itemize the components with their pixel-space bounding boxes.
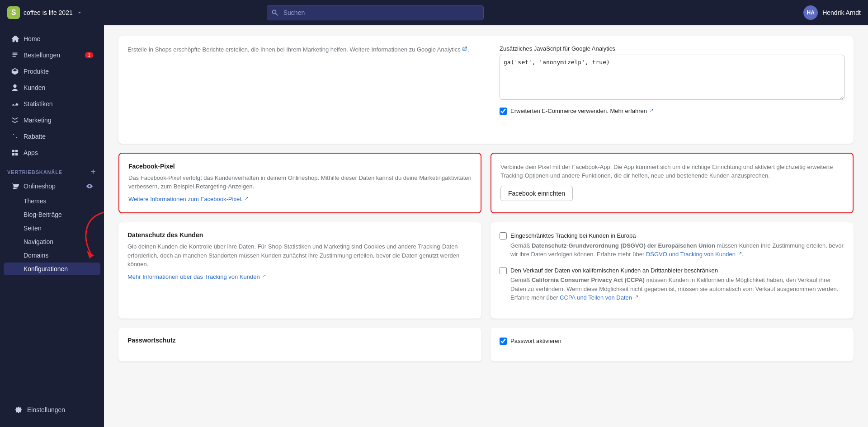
store-name: coffee is life 2021	[24, 9, 73, 16]
blog-label: Blog-Beiträge	[24, 211, 62, 218]
facebook-pixel-left: Facebook-Pixel Das Facebook-Pixel verfol…	[118, 153, 481, 214]
stats-icon	[11, 100, 19, 108]
passwort-aktivieren-checkbox[interactable]	[500, 338, 507, 345]
search-area	[267, 5, 484, 20]
sidebar-sub-blog[interactable]: Blog-Beiträge	[4, 208, 100, 221]
ga-js-textarea[interactable]: ga('set', 'anonymizelp', true)	[500, 55, 844, 100]
sidebar-item-rabatte[interactable]: Rabatte	[4, 129, 100, 144]
ga-js-label: Zusätzliches JavaScript für Google Analy…	[500, 45, 844, 52]
home-icon	[11, 35, 19, 43]
topbar: S coffee is life 2021 HA Hendrik Arndt	[0, 0, 868, 25]
tracking-europa-checkbox[interactable]	[500, 232, 507, 239]
themes-label: Themes	[24, 197, 47, 205]
facebook-einrichten-button[interactable]: Facebook einrichten	[500, 186, 573, 201]
ga-left-text: Erstelle in Shops erschöpfte Berichte er…	[127, 45, 472, 54]
passwortschutz-row: Passwortschutz Passwort aktivieren	[118, 328, 854, 362]
sidebar-item-produkte[interactable]: Produkte	[4, 64, 100, 79]
sidebar-item-bestellungen[interactable]: Bestellungen 1	[4, 47, 100, 63]
facebook-pixel-link[interactable]: Weitere Informationen zum Facebook-Pixel…	[128, 196, 243, 202]
sidebar-item-home[interactable]: Home	[4, 31, 100, 47]
external-link-icon5	[737, 252, 742, 256]
main-content: Erstelle in Shops erschöpfte Berichte er…	[104, 25, 868, 427]
passwortschutz-right: Passwort aktivieren	[491, 328, 854, 362]
user-area[interactable]: HA Hendrik Arndt	[803, 5, 861, 20]
domains-label: Domains	[24, 252, 48, 259]
search-input[interactable]	[267, 5, 484, 20]
external-link-icon3	[244, 197, 249, 201]
sidebar: Home Bestellungen 1 Produkte Kunden Stat…	[0, 25, 104, 427]
section-label: VERTRIEBSKANÄLE	[7, 169, 62, 175]
orders-icon	[11, 51, 19, 59]
marketing-label: Marketing	[24, 117, 51, 124]
sidebar-sub-seiten[interactable]: Seiten	[4, 222, 100, 235]
vertriebskanaele-section: VERTRIEBSKANÄLE	[0, 161, 104, 178]
sidebar-item-marketing[interactable]: Marketing	[4, 113, 100, 128]
navigation-label: Navigation	[24, 238, 53, 245]
customers-icon	[11, 84, 19, 92]
tracking-california-checkbox[interactable]	[500, 267, 507, 274]
brand-area[interactable]: S coffee is life 2021	[7, 6, 107, 19]
statistiken-label: Statistiken	[24, 100, 53, 108]
external-link-icon4	[261, 274, 266, 279]
datenschutz-title: Datenschutz des Kunden	[127, 231, 472, 239]
marketing-icon	[11, 116, 19, 124]
apps-icon	[11, 149, 19, 157]
products-icon	[11, 67, 19, 75]
tracking-california-row: Den Verkauf der Daten von kalifornischen…	[500, 266, 844, 302]
external-link-icon2	[649, 108, 653, 113]
ccpa-link[interactable]: CCPA und Teilen von Daten	[560, 294, 632, 301]
home-label: Home	[24, 35, 40, 42]
sidebar-sub-domains[interactable]: Domains	[4, 249, 100, 262]
ecommerce-checkbox[interactable]	[500, 108, 507, 115]
external-link-icon6	[634, 295, 638, 300]
ga-right: Zusätzliches JavaScript für Google Analy…	[491, 36, 854, 135]
dsgvo-link[interactable]: DSGVO und Tracking von Kunden	[646, 251, 736, 258]
passwort-aktivieren-row: Passwort aktivieren	[500, 337, 844, 346]
bestellungen-badge: 1	[85, 52, 93, 58]
shopify-logo: S	[7, 6, 20, 19]
tracking-europa-row: Eingeschränktes Tracking bei Kunden in E…	[500, 231, 844, 259]
ecommerce-checkbox-row: Erweiterten E-Commerce verwenden. Mehr e…	[500, 107, 844, 118]
onlineshop-label: Onlineshop	[24, 183, 56, 190]
sidebar-sub-konfigurationen[interactable]: Konfigurationen	[4, 263, 100, 275]
external-link-icon	[462, 46, 467, 52]
facebook-pixel-title: Facebook-Pixel	[128, 163, 472, 170]
sidebar-item-onlineshop[interactable]: Onlineshop	[4, 178, 100, 194]
datenschutz-row: Datenschutz des Kunden Gib deinen Kunden…	[118, 222, 854, 319]
chevron-down-icon	[76, 9, 83, 16]
ecommerce-label: Erweiterten E-Commerce verwenden. Mehr e…	[510, 107, 653, 116]
eye-icon	[86, 183, 93, 190]
ga-link[interactable]: Weitere Informationen zu Google Analytic…	[349, 46, 460, 53]
settings-area: Einstellungen	[0, 398, 104, 422]
ga-left: Erstelle in Shops erschöpfte Berichte er…	[118, 36, 481, 135]
onlineshop-icon	[11, 182, 19, 190]
kunden-label: Kunden	[24, 84, 45, 91]
google-analytics-section: Erstelle in Shops erschöpfte Berichte er…	[118, 36, 854, 144]
sidebar-item-kunden[interactable]: Kunden	[4, 80, 100, 95]
seiten-label: Seiten	[24, 225, 42, 232]
search-icon	[271, 9, 278, 16]
konfigurationen-label: Konfigurationen	[24, 265, 68, 272]
discounts-icon	[11, 132, 19, 141]
einstellungen-label: Einstellungen	[27, 406, 65, 413]
facebook-pixel-row: Facebook-Pixel Das Facebook-Pixel verfol…	[118, 153, 854, 214]
produkte-label: Produkte	[24, 68, 49, 75]
passwortschutz-left: Passwortschutz	[118, 328, 481, 362]
settings-icon	[14, 406, 23, 414]
bestellungen-label: Bestellungen	[24, 52, 60, 59]
add-channel-icon[interactable]	[90, 168, 97, 176]
facebook-pixel-right: Verbinde dein Pixel mit der Facebook-App…	[491, 153, 854, 214]
sidebar-item-statistiken[interactable]: Statistiken	[4, 96, 100, 112]
sidebar-item-einstellungen[interactable]: Einstellungen	[7, 402, 97, 418]
sidebar-sub-themes[interactable]: Themes	[4, 195, 100, 207]
passwort-aktivieren-label: Passwort aktivieren	[510, 337, 561, 346]
ecommerce-link[interactable]: Mehr erfahren	[610, 108, 647, 114]
tracking-europa-label: Eingeschränktes Tracking bei Kunden in E…	[510, 231, 844, 259]
tracking-california-label: Den Verkauf der Daten von kalifornischen…	[510, 266, 844, 302]
rabatte-label: Rabatte	[24, 133, 46, 140]
apps-label: Apps	[24, 149, 38, 156]
tracking-link[interactable]: Mehr Informationen über das Tracking von…	[127, 273, 260, 280]
sidebar-item-apps[interactable]: Apps	[4, 145, 100, 160]
sidebar-sub-navigation[interactable]: Navigation	[4, 235, 100, 248]
datenschutz-left: Datenschutz des Kunden Gib deinen Kunden…	[118, 222, 481, 319]
